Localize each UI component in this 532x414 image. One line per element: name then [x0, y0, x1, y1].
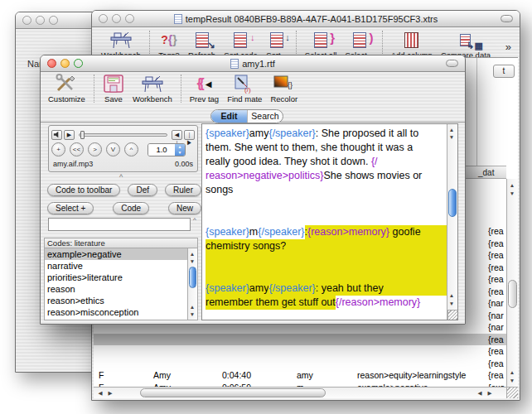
transcript-line: {speaker}amy{/speaker}: yeah but they [206, 282, 447, 296]
zoom-button[interactable] [125, 14, 134, 23]
code-list-item[interactable]: reason [45, 283, 187, 295]
step-forward-button[interactable]: ｜▶ [184, 130, 195, 140]
table-row[interactable]: FAmy0:04:40amyreason>equity>learningstyl… [94, 369, 506, 382]
table-row[interactable]: {rea [94, 345, 506, 358]
player-button-plus[interactable]: + [51, 142, 65, 156]
toolbar-item-label: Save [104, 94, 123, 104]
scroll-down-icon[interactable]: ▼ [447, 299, 457, 308]
transcript-segment: : yeah but they [316, 282, 384, 296]
tab-search[interactable]: Search [247, 110, 283, 123]
button-select[interactable]: Select + [47, 202, 94, 214]
scroll-left-icon[interactable]: ◀ [95, 388, 105, 397]
document-icon [230, 59, 239, 69]
scrollbar-thumb[interactable] [448, 189, 457, 217]
codes-list-header[interactable]: Codes: literature [44, 238, 198, 248]
transcript-line: reason>negative>politics}She shows movie… [206, 169, 447, 183]
scrollbar-thumb[interactable] [189, 267, 196, 288]
transcript-segment: : She proposed it all to [316, 127, 418, 141]
result-window-titlebar[interactable]: tempResult 0840BFB9-B89A-4A7F-A041-B1D17… [92, 11, 520, 27]
player-button-up[interactable]: ^ [124, 142, 138, 156]
button-def[interactable]: Def [128, 184, 157, 196]
code-input[interactable] [48, 218, 191, 231]
resize-grip[interactable] [506, 387, 518, 398]
transcript-segment: really good idea. They shot it down. [206, 155, 371, 169]
stepper-arrows-icon[interactable]: ▲▼ [175, 144, 185, 156]
toolbar-item-label: Find mate [227, 94, 262, 104]
close-button[interactable] [47, 59, 56, 68]
step-back-button[interactable]: ◀｜ [172, 130, 182, 140]
toolbar-item-workbench[interactable]: Workbench [133, 74, 172, 104]
rate-stepper[interactable]: 1.0▲▼ [148, 143, 186, 156]
code-list-item[interactable]: priorities>literature [45, 272, 187, 283]
play-button[interactable]: ▶ [64, 130, 75, 140]
document-icon [174, 14, 182, 24]
table-row[interactable]: {rea [94, 334, 506, 346]
sort-code-icon: ↓ [230, 30, 251, 50]
disclosure-caret-icon[interactable]: ^ [119, 173, 123, 181]
vertical-scrollbar[interactable]: ▲ ▼ ▲ ▼ [506, 179, 518, 387]
editor-scrollbar[interactable]: ▲ ▼ ▲ ▼ [447, 124, 457, 320]
toolbar-pill-button[interactable] [446, 60, 458, 67]
code-buttons: Code to toolbarDefRulerSelect +CodeNew [47, 184, 201, 220]
scroll-down-icon[interactable]: ▼ [507, 189, 517, 198]
scroll-down-icon[interactable]: ▼ [447, 132, 457, 142]
code-list-item[interactable]: example>negative [45, 248, 187, 260]
select-all-icon: } [310, 30, 331, 50]
transcript-line: {speaker}amy{/speaker}: She proposed it … [206, 127, 447, 141]
button-ruler[interactable]: Ruler [165, 184, 201, 196]
player-button-down[interactable]: V [106, 142, 120, 156]
scroll-right-icon[interactable]: ▶ [485, 388, 495, 397]
highlight-fill [421, 225, 447, 239]
cell-speaker: amy [297, 370, 313, 380]
player-button-rewind[interactable]: << [70, 142, 84, 156]
toolbar-pill-button[interactable] [501, 15, 513, 22]
toolbar-item-recolor[interactable]: {}Recolor [270, 74, 297, 104]
horizontal-scrollbar[interactable]: ◀ ▶ ◀ ▶ [94, 387, 506, 398]
code-list-item[interactable]: reason>misconception [45, 306, 187, 318]
scroll-down-icon[interactable]: ▼ [187, 257, 197, 266]
close-button[interactable] [22, 16, 31, 25]
refresh-icon: ↘ [191, 30, 213, 50]
tags-icon: ?{} [158, 30, 180, 50]
minimize-button[interactable] [60, 59, 70, 68]
transport-row: ▶ ◀｜ ｜▶ [51, 129, 195, 140]
transcript-segment: reason>negative>politics} [206, 169, 323, 183]
highlight-fill [286, 239, 447, 253]
toolbar-item-save[interactable]: Save [103, 74, 124, 104]
scrollbar-thumb[interactable] [508, 280, 517, 308]
toolbar-item-prev-tag[interactable]: {{◀Prev tag [190, 74, 219, 104]
scroll-left-icon[interactable]: ◀ [475, 388, 485, 397]
transcript-segment: goofie [389, 225, 421, 239]
code-list-item[interactable]: reason>ethics [45, 295, 187, 306]
scroll-down-icon[interactable]: ▼ [187, 310, 197, 319]
zoom-button[interactable] [49, 16, 58, 25]
save-icon [103, 74, 124, 94]
player-info-row: amy.aif.mp3 0.00s [53, 160, 193, 168]
playback-slider[interactable] [79, 133, 167, 137]
desktop: Nam tempResult 0840BFB9-B89A-4A7F-A041-B… [0, 0, 532, 414]
button-code-to-toolbar[interactable]: Code to toolbar [47, 184, 120, 196]
toolbar-item-customize[interactable]: Customize [48, 74, 85, 104]
toolbar-overflow-chevron-icon[interactable]: » [505, 41, 511, 53]
codes-scrollbar[interactable]: ▲ ▼ ▲ ▼ [187, 248, 197, 320]
volume-icon[interactable] [51, 130, 62, 140]
table-row[interactable]: {rea [94, 358, 506, 370]
scroll-right-icon[interactable]: ▶ [105, 388, 115, 397]
document-window-titlebar[interactable]: amy1.rtf [41, 55, 465, 72]
window-controls [99, 14, 134, 23]
minimize-button[interactable] [36, 16, 45, 25]
player-button-forward[interactable]: > [88, 142, 102, 156]
code-list-item[interactable]: narrative [45, 260, 187, 272]
tab-edit[interactable]: Edit [211, 110, 247, 123]
minimize-button[interactable] [112, 14, 121, 23]
zoom-button[interactable] [74, 59, 83, 68]
transcript-editor[interactable]: {speaker}amy{/speaker}: She proposed it … [201, 123, 458, 320]
toolbar-item-find-mate[interactable]: (/)Find mate [227, 74, 262, 104]
scrollbar-thumb[interactable] [140, 388, 326, 397]
close-button[interactable] [99, 14, 108, 23]
button-code[interactable]: Code [113, 202, 149, 214]
button-new[interactable]: New [168, 202, 201, 214]
playhead-handle[interactable] [80, 131, 85, 139]
resize-grip[interactable] [447, 310, 457, 320]
scroll-down-icon[interactable]: ▼ [507, 376, 517, 385]
